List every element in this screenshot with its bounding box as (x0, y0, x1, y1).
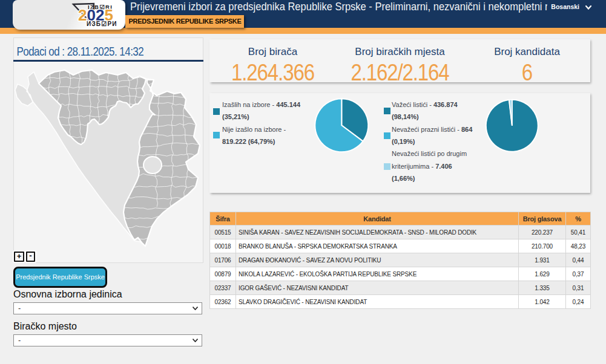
svg-text:ИЗБ☑РИ: ИЗБ☑РИ (87, 21, 117, 27)
